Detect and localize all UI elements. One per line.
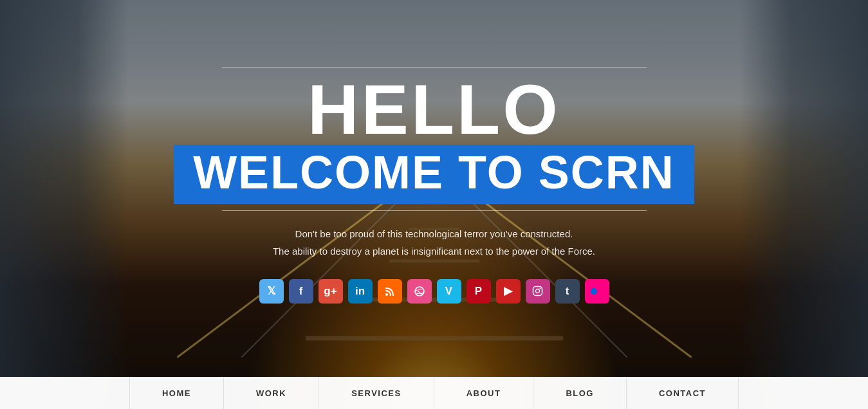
bottom-navigation: HOME WORK SERVICES ABOUT BLOG CONTACT bbox=[0, 377, 868, 409]
nav-work[interactable]: WORK bbox=[224, 377, 319, 409]
svg-point-15 bbox=[597, 288, 604, 295]
rss-icon[interactable] bbox=[378, 279, 402, 304]
hero-content: HELLO WELCOME TO SCRN Don't be too proud… bbox=[0, 0, 868, 409]
tumblr-icon[interactable]: t bbox=[555, 279, 580, 304]
social-icons-row: 𝕏 f g+ in V P ▶ bbox=[259, 279, 609, 304]
youtube-icon[interactable]: ▶ bbox=[496, 279, 521, 304]
dribbble-icon[interactable] bbox=[407, 279, 432, 304]
svg-point-13 bbox=[540, 288, 541, 289]
pinterest-icon[interactable]: P bbox=[466, 279, 491, 304]
vimeo-icon[interactable]: V bbox=[437, 279, 461, 304]
hero-description: Don't be too proud of this technological… bbox=[273, 225, 595, 260]
svg-point-9 bbox=[385, 293, 388, 296]
nav-about[interactable]: ABOUT bbox=[434, 377, 534, 409]
hero-subtitle: WELCOME TO SCRN bbox=[193, 149, 675, 197]
svg-point-14 bbox=[591, 288, 597, 295]
flickr-icon[interactable] bbox=[585, 279, 609, 304]
hero-section: HELLO WELCOME TO SCRN Don't be too proud… bbox=[0, 0, 868, 409]
instagram-icon[interactable] bbox=[526, 279, 550, 304]
nav-blog[interactable]: BLOG bbox=[533, 377, 627, 409]
svg-point-12 bbox=[536, 289, 540, 293]
divider-top bbox=[222, 67, 647, 68]
facebook-icon[interactable]: f bbox=[289, 279, 313, 304]
twitter-icon[interactable]: 𝕏 bbox=[259, 279, 284, 304]
hero-title: HELLO bbox=[308, 74, 560, 145]
hero-subtitle-wrap: WELCOME TO SCRN bbox=[174, 145, 694, 204]
nav-services[interactable]: SERVICES bbox=[319, 377, 434, 409]
nav-home[interactable]: HOME bbox=[129, 377, 224, 409]
google-icon[interactable]: g+ bbox=[319, 279, 343, 304]
svg-point-10 bbox=[415, 287, 424, 296]
nav-contact[interactable]: CONTACT bbox=[627, 377, 739, 409]
divider-bottom bbox=[222, 210, 647, 211]
svg-rect-11 bbox=[533, 287, 542, 296]
linkedin-icon[interactable]: in bbox=[348, 279, 373, 304]
